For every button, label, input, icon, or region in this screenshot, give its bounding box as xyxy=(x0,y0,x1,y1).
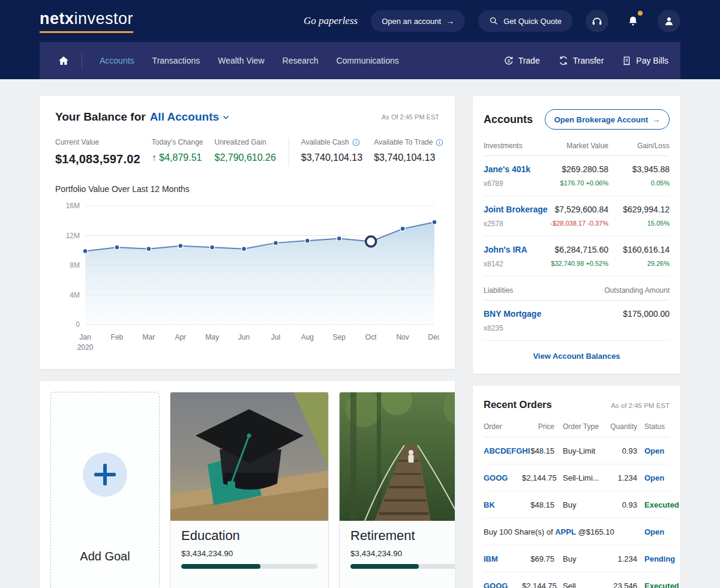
trade-label: Trade xyxy=(518,56,540,65)
svg-text:Jun: Jun xyxy=(238,333,250,341)
svg-text:2020: 2020 xyxy=(77,343,94,352)
nav-transactions[interactable]: Transactions xyxy=(143,42,209,79)
svg-text:Sep: Sep xyxy=(333,333,346,341)
education-goal-card[interactable]: Education $3,434,234.90 xyxy=(170,392,329,588)
account-number: x8142 xyxy=(484,260,550,268)
notifications-bell-button[interactable] xyxy=(622,10,644,32)
available-to-trade: $3,740,104.13 xyxy=(374,152,443,163)
home-icon xyxy=(58,55,70,67)
market-value: $7,529,600.84 xyxy=(550,205,608,214)
order-type: Sell xyxy=(554,581,607,588)
main-content: Your Balance for All Accounts As Of 2:45… xyxy=(0,79,720,588)
unrealized-gain-label: Unrealized Gain xyxy=(215,138,276,146)
unrealized-gain: $2,790,610.26 xyxy=(215,152,276,163)
order-symbol-link[interactable]: GOOG xyxy=(484,581,522,588)
logo-netx-text: netx xyxy=(40,10,74,28)
svg-text:16M: 16M xyxy=(66,202,80,210)
netxinvestor-logo[interactable]: netxinvestor xyxy=(40,10,133,33)
col-order: Order xyxy=(484,422,522,431)
todays-change: $4,879.51 xyxy=(159,152,202,163)
balance-card: Your Balance for All Accounts As Of 2:45… xyxy=(40,96,455,369)
stat-todays-change: Today's Change ↑ $4,879.51 xyxy=(152,138,203,166)
order-type: Buy xyxy=(554,554,607,563)
view-account-balances-link[interactable]: View Account Balances xyxy=(484,341,670,368)
accounts-title: Accounts xyxy=(484,113,533,126)
home-nav-button[interactable] xyxy=(52,55,76,67)
get-quick-quote-button[interactable]: Get Quick Quote xyxy=(478,10,572,32)
retirement-goal-card[interactable]: Retirement $3,434,234.90 xyxy=(339,392,455,588)
open-brokerage-account-button[interactable]: Open Brokerage Account → xyxy=(545,109,670,130)
market-value: $269.280.58 xyxy=(550,164,608,174)
account-link[interactable]: John's IRA xyxy=(484,245,550,254)
account-link[interactable]: Jane's 401k xyxy=(484,164,550,174)
liability-link[interactable]: BNY Mortgage xyxy=(484,309,623,319)
order-status: Executed xyxy=(637,500,679,509)
balance-stats: Current Value $14,083,597.02 Today's Cha… xyxy=(55,138,439,166)
info-icon[interactable] xyxy=(352,139,360,146)
goal-name: Education xyxy=(181,528,317,544)
support-headset-button[interactable] xyxy=(586,10,608,32)
goal-progress-bar xyxy=(350,564,455,569)
outstanding-amount: $175,000.00 xyxy=(623,309,670,319)
goal-amount: $3,434,234.90 xyxy=(181,549,317,558)
nav-wealth-view[interactable]: Wealth View xyxy=(209,42,273,79)
available-cash: $3,740,104.13 xyxy=(301,152,362,163)
order-symbol-link[interactable]: APPL xyxy=(555,527,576,536)
up-arrow-icon: ↑ xyxy=(152,152,157,163)
order-text-prefix: Buy 100 Share(s) of xyxy=(484,527,555,536)
order-symbol-link[interactable]: ABCDEFGHI xyxy=(484,446,522,455)
svg-text:4M: 4M xyxy=(70,291,80,299)
order-status: Open xyxy=(637,446,670,455)
svg-text:May: May xyxy=(205,333,219,341)
order-symbol-link[interactable]: GOOG xyxy=(484,473,522,482)
orders-header: Order Price Order Type Quantity Status xyxy=(484,422,670,437)
todays-change-label: Today's Change xyxy=(152,138,203,146)
col-status: Status xyxy=(637,422,670,431)
logo-investor-text: investor xyxy=(74,10,134,28)
info-icon[interactable] xyxy=(436,139,443,146)
order-row: GOOG $2,144.75 Sell-Limi... 1.234 Open xyxy=(484,464,670,491)
market-change: $32,740.98 +0.52% xyxy=(550,260,608,267)
goal-amount: $3,434,234.90 xyxy=(350,549,455,558)
order-row-description: Buy 100 Share(s) of APPL @$165.10 Open xyxy=(484,518,670,545)
account-selector-dropdown[interactable]: All Accounts xyxy=(150,110,230,124)
svg-text:Mar: Mar xyxy=(142,333,155,341)
order-status: Pending xyxy=(637,554,675,563)
order-row: ABCDEFGHI $48.15 Buy-Limit 0.93 Open xyxy=(484,437,670,464)
order-symbol-link[interactable]: IBM xyxy=(484,554,522,563)
go-paperless-link[interactable]: Go paperless xyxy=(304,15,358,27)
order-price: $69.75 xyxy=(522,554,554,563)
svg-text:0: 0 xyxy=(76,320,80,329)
nav-research[interactable]: Research xyxy=(274,42,328,79)
col-market-value: Market Value xyxy=(550,142,608,150)
transfer-label: Transfer xyxy=(573,56,604,65)
nav-accounts[interactable]: Accounts xyxy=(91,42,143,79)
account-link[interactable]: Joint Brokerage xyxy=(484,205,550,214)
investment-row: Joint Brokerage x2578 $7,529,600.84 -$28… xyxy=(484,196,670,236)
pay-bills-label: Pay Bills xyxy=(636,56,668,65)
profile-button[interactable] xyxy=(658,10,680,32)
open-account-button[interactable]: Open an account → xyxy=(371,10,465,32)
account-number: x2578 xyxy=(484,220,550,228)
order-qty: 0.93 xyxy=(607,500,637,509)
svg-text:Jul: Jul xyxy=(271,333,280,341)
available-cash-label: Available Cash xyxy=(301,138,349,146)
order-type: Buy xyxy=(554,500,607,509)
arrow-right-icon: → xyxy=(446,16,454,26)
order-status: Executed xyxy=(637,581,679,588)
trade-button[interactable]: $ Trade xyxy=(503,55,540,66)
accounts-panel: Accounts Open Brokerage Account → Invest… xyxy=(473,96,680,374)
order-symbol-link[interactable]: BK xyxy=(484,500,522,509)
market-change: $176.70 +0.06% xyxy=(550,179,608,187)
goals-section: Add Goal xyxy=(40,381,455,588)
col-gain-loss: Gain/Loss xyxy=(608,142,670,150)
pay-bills-button[interactable]: Pay Bills xyxy=(622,56,668,66)
market-value: $6,284,715.60 xyxy=(550,245,608,254)
chevron-down-icon xyxy=(222,113,230,121)
nav-communications[interactable]: Communications xyxy=(327,42,407,79)
add-goal-card[interactable]: Add Goal xyxy=(50,392,160,588)
col-price: Price xyxy=(522,422,554,431)
svg-text:8M: 8M xyxy=(70,261,80,269)
nav-wrapper: Accounts Transactions Wealth View Resear… xyxy=(0,42,720,79)
transfer-button[interactable]: Transfer xyxy=(558,55,604,66)
